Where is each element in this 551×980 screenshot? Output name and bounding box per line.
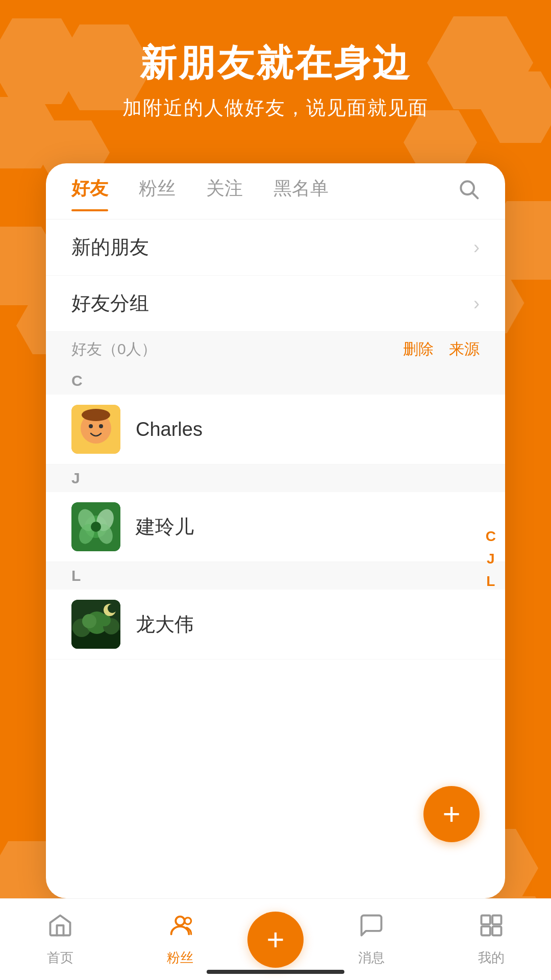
nav-center-item[interactable]: + xyxy=(240,912,311,968)
svg-rect-40 xyxy=(481,916,490,924)
friend-item-long[interactable]: 龙大伟 xyxy=(46,590,505,659)
svg-point-21 xyxy=(82,409,110,421)
header: 新朋友就在身边 加附近的人做好友，说见面就见面 xyxy=(0,0,551,141)
svg-point-19 xyxy=(89,424,93,428)
delete-action[interactable]: 删除 xyxy=(403,339,434,360)
nav-plus-icon: + xyxy=(266,924,284,955)
svg-point-28 xyxy=(91,522,101,532)
tab-fans[interactable]: 粉丝 xyxy=(139,176,176,206)
alpha-index-c[interactable]: C xyxy=(486,529,496,544)
fab-add-button[interactable]: + xyxy=(423,786,480,842)
friend-item-jianling[interactable]: 建玲儿 xyxy=(46,492,505,562)
home-icon xyxy=(47,912,73,945)
source-action[interactable]: 来源 xyxy=(449,339,480,360)
tab-following[interactable]: 关注 xyxy=(206,176,243,206)
friend-groups-item[interactable]: 好友分组 › xyxy=(46,276,505,332)
chevron-right-icon-2: › xyxy=(473,293,480,314)
svg-point-38 xyxy=(176,917,184,925)
alpha-section-j: J xyxy=(46,464,505,492)
friend-groups-label: 好友分组 xyxy=(71,290,149,316)
nav-center-button[interactable]: + xyxy=(247,912,304,968)
fab-plus-icon: + xyxy=(442,799,460,829)
profile-icon xyxy=(478,912,505,945)
chevron-right-icon: › xyxy=(473,237,480,258)
svg-rect-41 xyxy=(492,916,501,924)
header-subtitle: 加附近的人做好友，说见面就见面 xyxy=(0,95,551,121)
nav-item-profile[interactable]: 我的 xyxy=(431,912,551,967)
friends-count-text: 好友（0人） xyxy=(71,339,157,360)
alpha-index-j[interactable]: J xyxy=(487,552,495,566)
svg-point-34 xyxy=(82,614,96,628)
svg-line-16 xyxy=(472,193,478,198)
svg-point-20 xyxy=(99,424,103,428)
jianling-name: 建玲儿 xyxy=(136,514,194,540)
nav-item-home[interactable]: 首页 xyxy=(0,912,120,967)
friend-item-charles[interactable]: Charles xyxy=(46,395,505,464)
tab-blacklist[interactable]: 黑名单 xyxy=(273,176,329,206)
header-title: 新朋友就在身边 xyxy=(0,41,551,85)
tab-friends[interactable]: 好友 xyxy=(71,176,108,206)
alpha-index-l[interactable]: L xyxy=(486,574,495,589)
main-card: 好友 粉丝 关注 黑名单 新的朋友 › 好友分组 › 好友（0人） 删除 来源 xyxy=(46,163,505,898)
svg-point-37 xyxy=(108,604,117,613)
charles-name: Charles xyxy=(136,419,203,440)
nav-item-messages[interactable]: 消息 xyxy=(311,912,431,967)
fans-icon xyxy=(167,912,193,945)
charles-avatar xyxy=(71,405,120,454)
new-friends-label: 新的朋友 xyxy=(71,234,149,260)
long-avatar xyxy=(71,600,120,649)
home-indicator xyxy=(207,970,344,974)
alpha-section-l: L xyxy=(46,562,505,590)
messages-icon xyxy=(358,912,385,945)
search-icon[interactable] xyxy=(457,178,480,205)
alpha-section-c: C xyxy=(46,367,505,395)
fans-label: 粉丝 xyxy=(167,949,193,967)
new-friends-item[interactable]: 新的朋友 › xyxy=(46,219,505,276)
jianling-avatar xyxy=(71,502,120,551)
bottom-navigation: 首页 粉丝 + 消息 xyxy=(0,898,551,980)
tabs-container: 好友 粉丝 关注 黑名单 xyxy=(46,163,505,219)
svg-point-39 xyxy=(184,918,191,924)
messages-label: 消息 xyxy=(358,949,385,967)
nav-item-fans[interactable]: 粉丝 xyxy=(120,912,240,967)
svg-rect-42 xyxy=(481,926,490,935)
long-name: 龙大伟 xyxy=(136,611,194,638)
alpha-index-sidebar: C J L xyxy=(486,529,496,589)
svg-rect-43 xyxy=(492,926,501,935)
profile-label: 我的 xyxy=(478,949,505,967)
home-label: 首页 xyxy=(47,949,73,967)
friends-section-header: 好友（0人） 删除 来源 xyxy=(46,332,505,367)
